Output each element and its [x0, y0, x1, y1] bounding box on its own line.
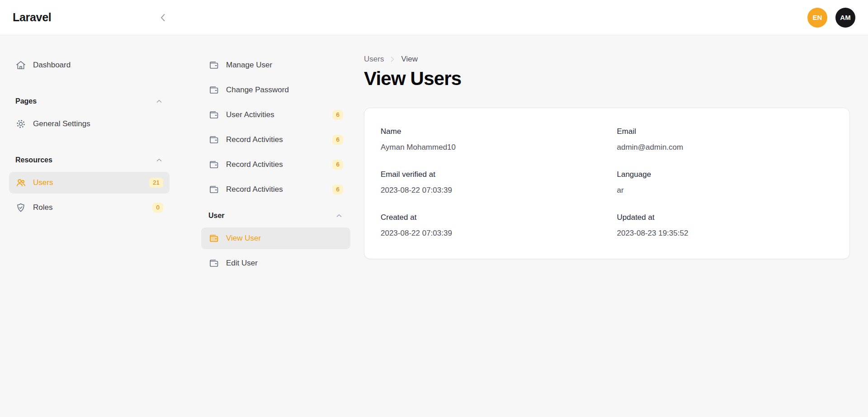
- wallet-icon: [208, 233, 219, 244]
- wallet-icon: [208, 159, 219, 170]
- wallet-icon: [208, 85, 219, 95]
- chevron-up-icon: [335, 212, 343, 220]
- users-icon: [15, 177, 26, 188]
- sidebar-item-general-settings[interactable]: General Settings: [9, 113, 170, 135]
- section-title: Pages: [15, 97, 37, 105]
- breadcrumb-users-link[interactable]: Users: [364, 55, 384, 64]
- gear-icon: [15, 118, 26, 129]
- sidebar-section-pages: Pages General Settings: [9, 92, 170, 135]
- section-header-resources[interactable]: Resources: [9, 151, 170, 169]
- field-label: Name: [381, 127, 597, 136]
- sidebar-item-label: Users: [33, 178, 53, 187]
- field-email: Email admin@admin.com: [617, 127, 834, 152]
- subnav-item-edit-user[interactable]: Edit User: [201, 252, 350, 274]
- wallet-icon: [208, 258, 219, 269]
- user-avatar[interactable]: AM: [835, 8, 855, 28]
- sidebar-section-resources: Resources Users 21 Roles 0: [9, 151, 170, 218]
- field-value: 2023-08-23 19:35:52: [617, 229, 834, 238]
- subnav-item-label: User Activities: [226, 110, 274, 119]
- count-badge: 6: [332, 110, 343, 120]
- chevron-up-icon: [155, 156, 163, 164]
- count-badge: 6: [332, 160, 343, 170]
- subnav-group-user[interactable]: User: [201, 207, 350, 225]
- subnav-item-view-user[interactable]: View User: [201, 227, 350, 249]
- subnav-item-record-activities-3[interactable]: Record Activities 6: [201, 179, 350, 200]
- field-name: Name Ayman Mohammed10: [381, 127, 597, 152]
- field-email-verified-at: Email verified at 2023-08-22 07:03:39: [381, 170, 597, 195]
- topbar: Laravel EN AM: [0, 0, 868, 35]
- home-icon: [15, 60, 26, 71]
- page-title: View Users: [364, 68, 850, 90]
- sidebar-item-label: Roles: [33, 203, 52, 212]
- chevron-up-icon: [155, 97, 163, 105]
- wallet-icon: [208, 109, 219, 120]
- field-label: Email verified at: [381, 170, 597, 179]
- main-content: Users View View Users Name Ayman Mohamme…: [350, 35, 868, 417]
- wallet-icon: [208, 134, 219, 145]
- subnav-item-label: Change Password: [226, 85, 289, 95]
- wallet-icon: [208, 184, 219, 195]
- field-label: Email: [617, 127, 834, 136]
- primary-sidebar: Dashboard Pages General Settings Resourc…: [0, 35, 170, 417]
- group-title: User: [208, 212, 225, 220]
- locale-switcher-badge[interactable]: EN: [807, 8, 827, 28]
- sidebar-item-roles[interactable]: Roles 0: [9, 197, 170, 218]
- subnav-item-label: View User: [226, 234, 261, 243]
- field-language: Language ar: [617, 170, 834, 195]
- subnav-item-label: Record Activities: [226, 185, 283, 194]
- sidebar-item-dashboard[interactable]: Dashboard: [9, 54, 170, 76]
- secondary-nav: Manage User Change Password User Activit…: [201, 35, 350, 417]
- field-label: Updated at: [617, 213, 834, 222]
- subnav-item-user-activities[interactable]: User Activities 6: [201, 104, 350, 126]
- subnav-item-change-password[interactable]: Change Password: [201, 79, 350, 101]
- breadcrumb: Users View: [364, 55, 850, 64]
- breadcrumb-current: View: [401, 55, 418, 64]
- brand-logo[interactable]: Laravel: [13, 11, 51, 24]
- subnav-item-manage-user[interactable]: Manage User: [201, 54, 350, 76]
- count-badge: 6: [332, 185, 343, 194]
- field-value: Ayman Mohammed10: [381, 143, 597, 152]
- wallet-icon: [208, 60, 219, 71]
- field-updated-at: Updated at 2023-08-23 19:35:52: [617, 213, 834, 238]
- sidebar-collapse-button[interactable]: [156, 10, 170, 25]
- section-header-pages[interactable]: Pages: [9, 92, 170, 110]
- field-label: Language: [617, 170, 834, 179]
- sidebar-item-label: Dashboard: [33, 61, 71, 70]
- roles-count-badge: 0: [152, 203, 163, 213]
- subnav-item-label: Record Activities: [226, 135, 283, 144]
- subnav-item-record-activities-2[interactable]: Record Activities 6: [201, 154, 350, 175]
- section-title: Resources: [15, 156, 52, 164]
- field-created-at: Created at 2023-08-22 07:03:39: [381, 213, 597, 238]
- users-count-badge: 21: [149, 178, 163, 188]
- subnav-item-label: Record Activities: [226, 160, 283, 169]
- field-value: 2023-08-22 07:03:39: [381, 229, 597, 238]
- field-value: 2023-08-22 07:03:39: [381, 186, 597, 195]
- count-badge: 6: [332, 135, 343, 145]
- chevron-right-icon: [388, 55, 396, 63]
- field-value: ar: [617, 186, 834, 195]
- chevron-left-icon: [158, 12, 169, 23]
- shield-check-icon: [15, 202, 26, 213]
- sidebar-item-users[interactable]: Users 21: [9, 172, 170, 194]
- subnav-item-record-activities-1[interactable]: Record Activities 6: [201, 129, 350, 151]
- field-label: Created at: [381, 213, 597, 222]
- field-value: admin@admin.com: [617, 143, 834, 152]
- user-detail-card: Name Ayman Mohammed10 Email admin@admin.…: [364, 108, 850, 259]
- subnav-item-label: Manage User: [226, 61, 272, 70]
- sidebar-item-label: General Settings: [33, 119, 90, 128]
- subnav-item-label: Edit User: [226, 259, 258, 268]
